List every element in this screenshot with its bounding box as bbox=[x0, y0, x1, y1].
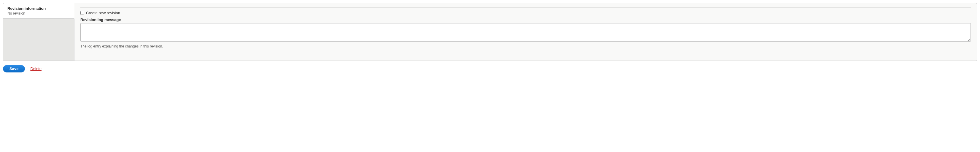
create-new-revision-checkbox[interactable] bbox=[80, 11, 84, 15]
save-button[interactable]: Save bbox=[3, 65, 25, 72]
tab-summary: No revision bbox=[7, 11, 70, 16]
delete-link[interactable]: Delete bbox=[30, 67, 41, 71]
create-new-revision-label[interactable]: Create new revision bbox=[86, 11, 120, 15]
pane-inner: Create new revision Revision log message… bbox=[80, 7, 971, 55]
form-actions: Save Delete bbox=[3, 65, 977, 72]
revision-log-description: The log entry explaining the changes in … bbox=[80, 44, 971, 48]
vertical-tabs-list: Revision information No revision bbox=[3, 3, 75, 61]
revision-log-label: Revision log message bbox=[80, 18, 971, 22]
tab-revision-information[interactable]: Revision information No revision bbox=[3, 3, 75, 19]
vertical-tabs: Revision information No revision Create … bbox=[3, 3, 977, 61]
tab-pane-revision: Create new revision Revision log message… bbox=[75, 3, 977, 61]
revision-log-row: Revision log message The log entry expla… bbox=[80, 18, 971, 48]
revision-log-textarea[interactable] bbox=[80, 23, 971, 42]
create-new-revision-row: Create new revision bbox=[80, 11, 971, 15]
tab-title: Revision information bbox=[7, 6, 70, 11]
